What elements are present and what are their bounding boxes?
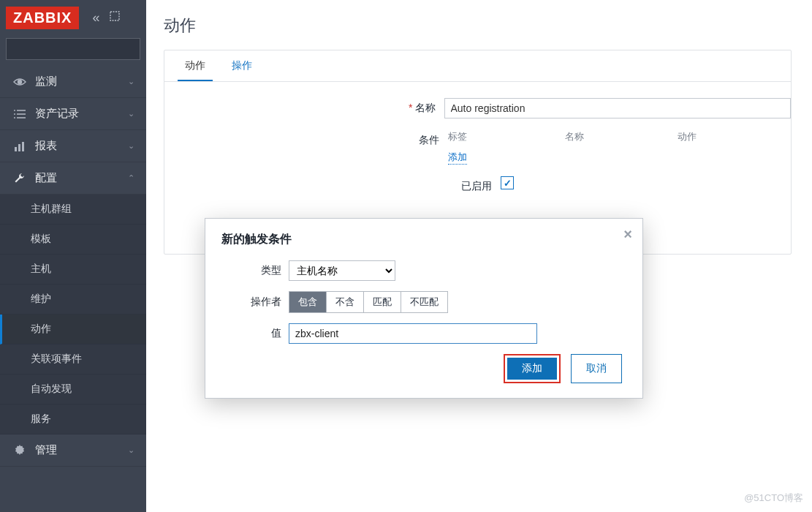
svg-point-3: [18, 80, 22, 83]
tabs: 动作 操作: [164, 50, 791, 82]
sidebar-item-hostgroups[interactable]: 主机群组: [0, 195, 146, 225]
fullscreen-icon[interactable]: [110, 11, 120, 23]
collapse-icon[interactable]: «: [92, 10, 99, 26]
nav-label: 监测: [35, 75, 128, 89]
sidebar-item-monitoring[interactable]: 监测 ⌄: [0, 66, 146, 98]
sidebar-item-templates[interactable]: 模板: [0, 225, 146, 255]
tab-operations[interactable]: 操作: [224, 50, 259, 81]
operator-contains[interactable]: 包含: [289, 292, 327, 312]
tab-action[interactable]: 动作: [178, 50, 213, 81]
label-enabled: 已启用: [164, 176, 501, 193]
svg-rect-10: [15, 147, 17, 151]
sidebar-item-services[interactable]: 服务: [0, 404, 146, 434]
operator-segment: 包含 不含 匹配 不匹配: [289, 291, 448, 313]
sidebar-item-discovery[interactable]: 自动发现: [0, 374, 146, 404]
sidebar-item-hosts[interactable]: 主机: [0, 255, 146, 285]
chevron-up-icon: ⌃: [128, 173, 134, 183]
modal-title: 新的触发条件: [221, 232, 626, 247]
sidebar-item-configuration[interactable]: 配置 ⌃: [0, 162, 146, 195]
label-type: 类型: [221, 264, 289, 277]
type-select[interactable]: 主机名称: [289, 260, 395, 281]
label-conditions: 条件: [164, 130, 448, 147]
nav-label: 管理: [35, 443, 128, 457]
nav-label: 资产记录: [35, 107, 128, 121]
eye-icon: [12, 78, 28, 86]
chevron-down-icon: ⌄: [128, 109, 134, 118]
logo[interactable]: ZABBIX: [6, 7, 79, 29]
modal-add-button[interactable]: 添加: [507, 358, 557, 380]
svg-rect-0: [110, 12, 119, 20]
svg-rect-11: [18, 144, 20, 151]
operator-not-contains[interactable]: 不含: [327, 292, 364, 312]
label-name: *名称: [164, 98, 444, 115]
new-condition-modal: × 新的触发条件 类型 主机名称 操作者 包含 不含 匹配 不匹配 值 添加 取…: [205, 218, 643, 399]
wrench-icon: [12, 173, 28, 184]
label-value: 值: [221, 327, 289, 340]
operator-not-match[interactable]: 不匹配: [401, 292, 447, 312]
bar-chart-icon: [12, 141, 28, 151]
sidebar-item-administration[interactable]: 管理 ⌄: [0, 434, 146, 467]
watermark: @51CTO博客: [744, 492, 803, 505]
operator-match[interactable]: 匹配: [364, 292, 401, 312]
sidebar-item-reports[interactable]: 报表 ⌄: [0, 130, 146, 162]
nav-label: 配置: [35, 171, 128, 185]
modal-cancel-button[interactable]: 取消: [571, 354, 622, 383]
chevron-down-icon: ⌄: [128, 445, 134, 455]
enabled-checkbox[interactable]: ✓: [501, 176, 514, 189]
chevron-down-icon: ⌄: [128, 77, 134, 86]
chevron-down-icon: ⌄: [128, 141, 134, 151]
name-input[interactable]: [444, 98, 792, 118]
list-icon: [12, 110, 28, 118]
search-input[interactable]: [7, 44, 141, 55]
svg-rect-12: [22, 142, 24, 151]
search-box[interactable]: [6, 38, 140, 60]
gear-icon: [12, 445, 28, 456]
sidebar-item-actions[interactable]: 动作: [0, 315, 146, 345]
label-operator: 操作者: [221, 295, 289, 309]
sidebar-item-maintenance[interactable]: 维护: [0, 285, 146, 315]
sidebar-item-correlation[interactable]: 关联项事件: [0, 345, 146, 374]
sidebar-item-inventory[interactable]: 资产记录 ⌄: [0, 98, 146, 130]
add-condition-link[interactable]: 添加: [448, 151, 467, 165]
value-input[interactable]: [289, 323, 537, 344]
add-highlight: 添加: [504, 354, 561, 383]
page-title: 动作: [146, 0, 812, 44]
nav-label: 报表: [35, 139, 128, 153]
conditions-header: 标签 名称 动作: [448, 130, 791, 143]
modal-close-icon[interactable]: ×: [623, 226, 632, 243]
